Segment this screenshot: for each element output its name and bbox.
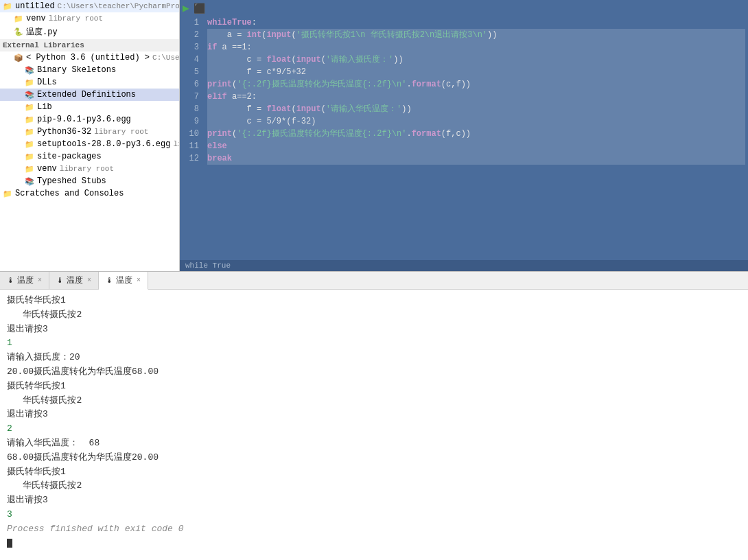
line-number-12: 12 [185,152,199,165]
sidebar-label-setuptools-egg: setuptools-28.8.0-py3.6.egg [37,139,170,149]
console-line-4: 请输入摄氏度：20 [7,351,741,365]
console-line-5: 20.00摄氏温度转化为华氏温度68.00 [7,365,741,380]
sidebar-label-python36: < Python 3.6 (untitled) > [26,53,150,62]
folder-icon: 📁 [3,189,12,198]
stubs-icon: 📚 [25,91,34,100]
code-line-4: c = float(input('请输入摄氏度：')) [207,54,745,66]
line-number-11: 11 [185,140,199,152]
sidebar-item-extended-defs[interactable]: 📚Extended Definitions [0,89,179,101]
console-tabs: 🌡温度×🌡温度×🌡温度× [0,272,748,290]
console-line-14: 摄氏转华氏按1 [7,465,741,480]
sidebar-label-binary-skeletons: Binary Skeletons [37,65,116,75]
console-line-9: 退出请按3 [7,408,741,422]
sidebar-label-pip-egg: pip-9.0.1-py3.6.egg [37,115,131,124]
sidebar: 📁untitledC:\Users\teacher\PycharmProject… [0,0,180,271]
sidebar-item-setuptools-egg[interactable]: 📁setuptools-28.8.0-py3.6.egglibrary ro [0,138,179,150]
code-line-3: if a ==1: [207,41,745,54]
folder-icon: 📁 [25,103,34,112]
stubs-icon: 📚 [25,177,34,186]
sidebar-item-venv2[interactable]: 📁venvlibrary root [0,163,179,175]
sidebar-item-scratches[interactable]: 📁Scratches and Consoles [0,187,179,200]
python-lib-icon: 📦 [14,54,23,62]
console-line-12: 68.00摄氏温度转化为华氏温度20.00 [7,451,741,465]
run-button[interactable]: ▶ [183,1,189,15]
sidebar-sublabel-python36-32: library root [94,128,148,136]
code-line-5: f = c*9/5+32 [207,66,745,78]
sidebar-sublabel-venv: library root [49,14,103,23]
folder-icon: 📁 [25,152,34,161]
console-line-0: 摄氏转华氏按1 [7,294,741,308]
statusbar-text: while True [185,261,231,270]
code-line-8: f = float(input('请输入华氏温度：')) [207,103,745,115]
console-line-8: 华氏转摄氏按2 [7,394,741,408]
console-tab-tab1[interactable]: 🌡温度× [0,272,49,289]
sidebar-item-site-packages[interactable]: 📁site-packages [0,150,179,163]
stubs-icon: 📚 [25,66,34,75]
console-line-7: 摄氏转华氏按1 [7,380,741,394]
editor-area: ▶ ⬛ 123456789101112 while True: a = int(… [180,0,748,271]
bottom-area: 🌡温度×🌡温度×🌡温度× 摄氏转华氏按1 华氏转摄氏按2退出请按31请输入摄氏度… [0,271,748,560]
console-tab-label-tab3: 温度 [116,275,132,286]
sidebar-section-ext-libs: External Libraries [0,39,179,51]
editor-content: 123456789101112 while True: a = int(inpu… [180,16,748,260]
console-tab-icon-tab2: 🌡 [56,276,64,285]
line-number-1: 1 [185,16,199,29]
folder-icon: 📁 [14,14,23,23]
console-line-19: Process finished with exit code 0 [7,522,741,537]
line-number-10: 10 [185,128,199,140]
sidebar-sublabel-venv2: library root [60,165,114,173]
sidebar-item-pip-egg[interactable]: 📁pip-9.0.1-py3.6.egg [0,113,179,126]
sidebar-label-python36-32: Python36-32 [37,127,91,137]
line-number-3: 3 [185,41,199,54]
sidebar-item-lib[interactable]: 📁Lib [0,101,179,113]
line-number-9: 9 [185,115,199,128]
code-line-1: while True: [207,16,745,29]
sidebar-sublabel-setuptools-egg: library ro [173,140,179,148]
line-numbers: 123456789101112 [180,16,204,260]
console-content: 摄氏转华氏按1 华氏转摄氏按2退出请按31请输入摄氏度：2020.00摄氏温度转… [0,290,748,560]
code-line-6: print('{:.2f}摄氏温度转化为华氏温度{:.2f}\n'.format… [207,78,745,91]
sidebar-sublabel-python36: C:\Users\teacher [152,54,179,62]
code-line-12: break [207,152,745,165]
sidebar-item-wendu[interactable]: 🐍温度.py [0,25,179,39]
code-line-9: c = 5/9*(f-32) [207,115,745,128]
folder-icon: 📁 [25,115,34,124]
console-tab-close-tab2[interactable]: × [87,277,91,284]
console-tab-label-tab2: 温度 [67,275,83,286]
sidebar-item-python36-32[interactable]: 📁Python36-32library root [0,126,179,138]
sidebar-label-dlls: DLLs [37,78,57,87]
console-tab-close-tab1[interactable]: × [38,277,42,284]
code-area[interactable]: while True: a = int(input('摄氏转华氏按1\n 华氏转… [204,16,748,260]
debug-button[interactable]: ⬛ [194,3,205,14]
console-line-11: 请输入华氏温度： 68 [7,436,741,451]
folder-icon: 📁 [25,128,34,137]
console-line-17: 3 [7,508,741,522]
editor-toolbar: ▶ ⬛ [180,0,748,16]
console-tab-label-tab1: 温度 [17,275,34,286]
sidebar-label-site-packages: site-packages [37,152,102,161]
console-tab-tab2[interactable]: 🌡温度× [49,272,99,289]
line-number-8: 8 [185,103,199,115]
folder-icon: 📁 [25,140,34,149]
top-area: 📁untitledC:\Users\teacher\PycharmProject… [0,0,748,271]
console-cursor-line [7,537,741,551]
console-tab-close-tab3[interactable]: × [137,277,141,284]
sidebar-label-typeshed: Typeshed Stubs [37,176,106,186]
sidebar-item-typeshed[interactable]: 📚Typeshed Stubs [0,175,179,187]
sidebar-item-venv[interactable]: 📁venvlibrary root [0,12,179,25]
console-tab-icon-tab3: 🌡 [106,276,113,285]
sidebar-item-binary-skeletons[interactable]: 📚Binary Skeletons [0,64,179,76]
sidebar-item-python36[interactable]: 📦< Python 3.6 (untitled) >C:\Users\teach… [0,51,179,64]
console-tab-tab3[interactable]: 🌡温度× [99,272,148,290]
line-number-2: 2 [185,29,199,41]
sidebar-item-untitled[interactable]: 📁untitledC:\Users\teacher\PycharmProject… [0,0,179,12]
line-number-5: 5 [185,66,199,78]
code-line-2: a = int(input('摄氏转华氏按1\n 华氏转摄氏按2\n退出请按3\… [207,29,745,41]
sidebar-label-venv: venv [26,14,46,23]
line-number-6: 6 [185,78,199,91]
line-number-4: 4 [185,54,199,66]
console-line-10: 2 [7,422,741,436]
sidebar-label-scratches: Scratches and Consoles [15,189,124,198]
sidebar-item-dlls[interactable]: 📁DLLs [0,76,179,89]
sidebar-label-venv2: venv [37,164,57,174]
